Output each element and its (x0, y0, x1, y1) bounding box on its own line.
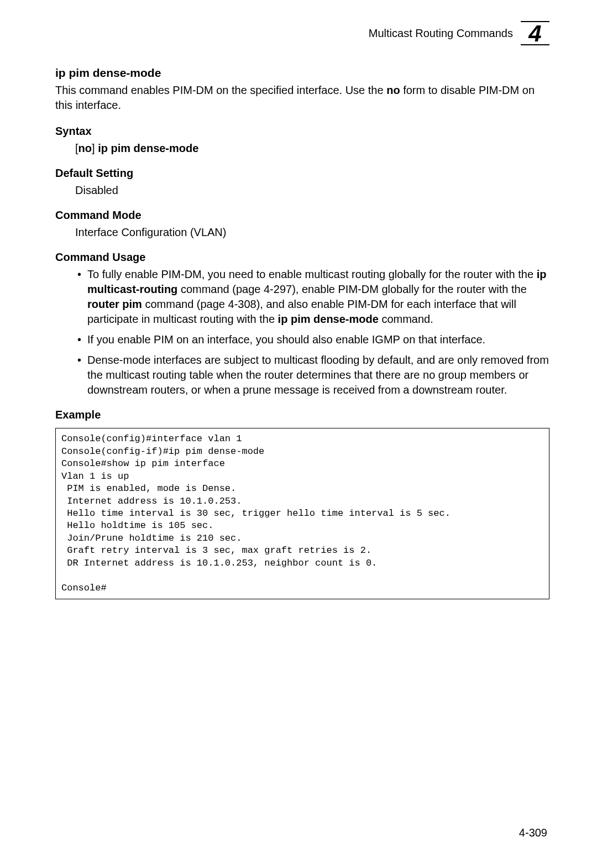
syntax-close-bracket: ] (92, 142, 98, 154)
list-item: To fully enable PIM-DM, you need to enab… (75, 267, 549, 327)
list-item: If you enable PIM on an interface, you s… (75, 332, 549, 347)
example-code-block: Console(config)#interface vlan 1 Console… (55, 428, 549, 599)
syntax-cmd-bold: ip pim dense-mode (98, 142, 198, 154)
default-setting-value: Disabled (55, 183, 549, 198)
usage-p1: If you enable PIM on an interface, you s… (87, 333, 485, 346)
usage-p1: Dense-mode interfaces are subject to mul… (87, 354, 549, 396)
command-usage-list: To fully enable PIM-DM, you need to enab… (55, 267, 549, 398)
usage-p2: command (page 4-297), enable PIM-DM glob… (177, 283, 526, 295)
command-mode-value: Interface Configuration (VLAN) (55, 225, 549, 240)
page-number: 4-309 (519, 825, 547, 840)
usage-p4: command. (379, 313, 433, 325)
syntax-text: [no] ip pim dense-mode (55, 141, 549, 156)
example-label: Example (55, 407, 549, 422)
command-mode-label: Command Mode (55, 208, 549, 223)
usage-b2: router pim (87, 298, 142, 310)
command-usage-label: Command Usage (55, 250, 549, 265)
usage-p1: To fully enable PIM-DM, you need to enab… (87, 268, 537, 280)
document-body: ip pim dense-mode This command enables P… (55, 65, 549, 599)
usage-b3: ip pim dense-mode (278, 313, 379, 325)
command-name: ip pim dense-mode (55, 65, 549, 81)
section-title: Multicast Routing Commands (369, 26, 513, 41)
desc-part1: This command enables PIM-DM on the speci… (55, 84, 386, 96)
svg-text:4: 4 (528, 21, 541, 45)
list-item: Dense-mode interfaces are subject to mul… (75, 353, 549, 398)
page-header: Multicast Routing Commands 4 (55, 21, 549, 45)
chapter-number-icon: 4 (521, 21, 549, 45)
default-setting-label: Default Setting (55, 166, 549, 181)
syntax-label: Syntax (55, 124, 549, 139)
syntax-no-bold: no (78, 142, 92, 154)
desc-no-bold: no (386, 84, 400, 96)
command-description: This command enables PIM-DM on the speci… (55, 83, 549, 113)
